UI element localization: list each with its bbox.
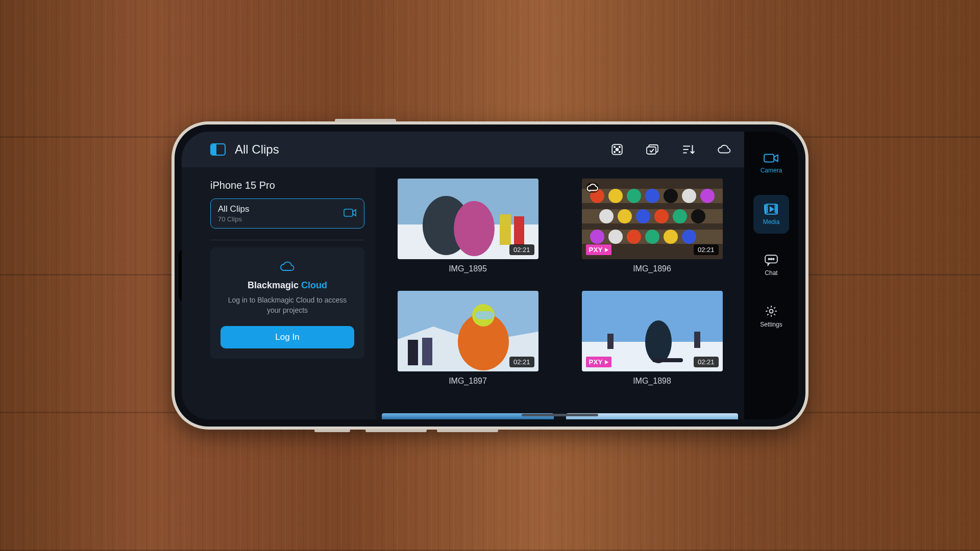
svg-rect-46 <box>408 340 418 365</box>
header-bar: All Clips <box>182 132 744 167</box>
app-screen: All Clips <box>182 132 798 419</box>
phone-side-button <box>365 429 427 432</box>
svg-point-5 <box>619 152 620 153</box>
svg-rect-16 <box>500 214 511 245</box>
clip-name: IMG_1898 <box>633 377 671 386</box>
clip-item[interactable]: 02:21 IMG_1895 <box>382 179 554 286</box>
divider <box>210 240 364 240</box>
clip-thumbnail[interactable]: PXY 02:21 <box>582 179 723 259</box>
svg-point-34 <box>691 209 705 223</box>
page-title: All Clips <box>235 142 279 157</box>
svg-point-36 <box>608 230 623 244</box>
desk-background: All Clips <box>0 0 980 551</box>
duration-badge: 02:21 <box>509 244 534 255</box>
svg-rect-45 <box>475 311 494 319</box>
svg-rect-51 <box>652 358 683 362</box>
svg-point-23 <box>608 189 623 203</box>
panel-toggle-icon[interactable] <box>210 143 226 156</box>
sidebar: iPhone 15 Pro All Clips 70 Clips <box>182 167 376 419</box>
phone-side-button <box>335 119 396 122</box>
svg-rect-11 <box>344 209 353 216</box>
cloud-subtitle: Log in to Blackmagic Cloud to access you… <box>226 295 349 316</box>
nav-label: Camera <box>761 167 782 174</box>
duration-badge: 02:21 <box>509 357 534 367</box>
cloud-icon[interactable] <box>717 143 732 156</box>
svg-rect-60 <box>766 211 767 212</box>
clips-grid[interactable]: 02:21 IMG_1895 <box>376 167 744 419</box>
folder-name: All Clips <box>218 204 249 214</box>
clip-item[interactable]: PXY 02:21 IMG_1898 <box>566 291 738 398</box>
svg-point-1 <box>616 148 619 151</box>
cloud-login-card: Blackmagic Cloud Log in to Blackmagic Cl… <box>210 247 364 359</box>
nav-label: Settings <box>760 321 782 328</box>
nav-label: Chat <box>765 269 777 277</box>
svg-point-67 <box>773 259 774 260</box>
login-button[interactable]: Log In <box>220 326 354 348</box>
phone-frame: All Clips <box>172 121 808 430</box>
device-name: iPhone 15 Pro <box>210 180 364 191</box>
nav-settings[interactable]: Settings <box>753 297 789 336</box>
svg-rect-54 <box>764 155 774 162</box>
svg-rect-61 <box>775 205 777 207</box>
clip-name: IMG_1896 <box>633 264 671 273</box>
svg-point-37 <box>627 230 641 244</box>
home-indicator[interactable] <box>522 414 598 416</box>
cloud-badge-icon <box>586 183 599 193</box>
svg-point-40 <box>682 230 696 244</box>
svg-point-66 <box>771 259 772 260</box>
svg-point-32 <box>654 209 669 223</box>
svg-rect-62 <box>775 208 777 210</box>
svg-point-24 <box>627 189 641 203</box>
proxy-badge: PXY <box>586 357 612 367</box>
nav-media[interactable]: Media <box>753 195 789 234</box>
cloud-outline-icon <box>279 261 296 274</box>
phone-side-button <box>437 429 498 432</box>
svg-rect-58 <box>766 205 767 207</box>
clip-thumbnail[interactable]: PXY 02:21 <box>582 291 723 371</box>
svg-point-65 <box>768 259 770 260</box>
nav-label: Media <box>763 218 780 226</box>
svg-point-68 <box>770 310 773 313</box>
camera-icon <box>344 208 357 219</box>
svg-rect-7 <box>647 147 656 154</box>
svg-rect-63 <box>775 211 777 212</box>
select-icon[interactable] <box>645 143 660 156</box>
svg-point-2 <box>614 146 615 147</box>
nav-camera[interactable]: Camera <box>753 144 789 183</box>
svg-point-31 <box>636 209 650 223</box>
duration-badge: 02:21 <box>694 357 719 367</box>
nav-chat[interactable]: Chat <box>753 246 789 285</box>
svg-rect-59 <box>766 208 767 210</box>
clip-thumbnail[interactable]: 02:21 <box>398 291 538 371</box>
grid-icon[interactable] <box>609 143 625 156</box>
phone-bezel: All Clips <box>175 124 805 427</box>
svg-point-15 <box>454 201 495 256</box>
proxy-badge: PXY <box>586 244 612 255</box>
svg-rect-52 <box>607 334 614 349</box>
clip-item[interactable]: PXY 02:21 IMG_1896 <box>566 179 738 286</box>
svg-point-4 <box>614 152 615 153</box>
svg-point-26 <box>664 189 678 203</box>
nav-rail: Camera Media Chat Settings <box>744 132 798 419</box>
clip-thumbnail[interactable]: 02:21 <box>398 179 538 259</box>
sort-icon[interactable] <box>681 143 696 156</box>
clip-name: IMG_1897 <box>449 377 487 386</box>
svg-rect-17 <box>514 216 524 245</box>
svg-point-28 <box>700 189 715 203</box>
svg-point-39 <box>664 230 678 244</box>
duration-badge: 02:21 <box>694 244 719 255</box>
folder-all-clips[interactable]: All Clips 70 Clips <box>210 198 364 229</box>
clip-name: IMG_1895 <box>449 264 487 273</box>
svg-rect-53 <box>694 332 700 348</box>
cloud-title: Blackmagic Cloud <box>248 280 327 291</box>
svg-point-33 <box>673 209 687 223</box>
svg-rect-47 <box>422 338 432 365</box>
folder-count: 70 Clips <box>218 215 249 223</box>
phone-side-button <box>314 429 350 432</box>
svg-point-30 <box>618 209 632 223</box>
svg-point-25 <box>645 189 659 203</box>
svg-point-35 <box>590 230 604 244</box>
clip-item[interactable]: 02:21 IMG_1897 <box>382 291 554 398</box>
svg-point-50 <box>645 320 672 363</box>
svg-point-3 <box>619 146 620 147</box>
